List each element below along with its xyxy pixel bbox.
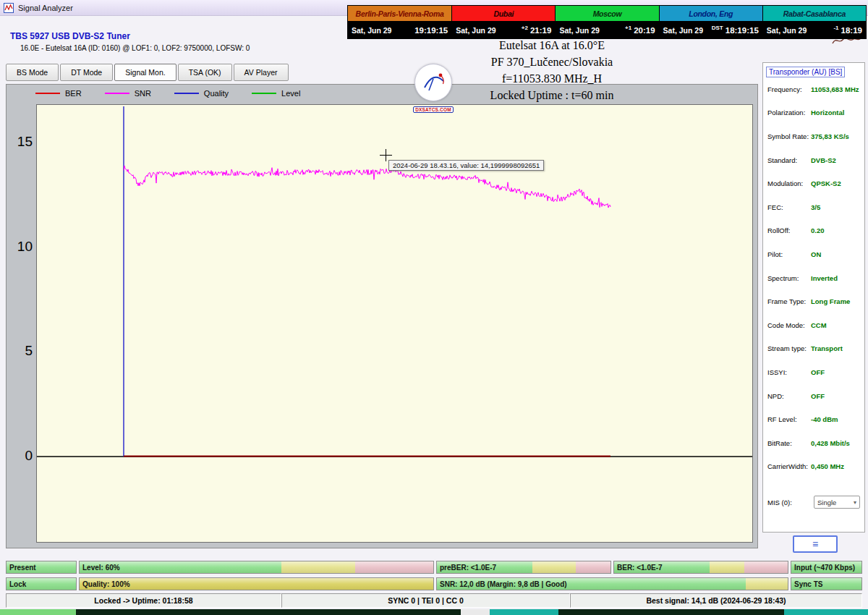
- transponder-row: Symbol Rate:375,83 KS/s: [763, 124, 864, 148]
- progress-bar: Sync TS: [791, 577, 862, 590]
- transponder-title: Transponder (AU) [BS]: [766, 67, 845, 77]
- crosshair-icon: [380, 155, 392, 156]
- clock-column-2: MoscowSat, Jun 29+120:19: [555, 6, 658, 38]
- transponder-value: OFF: [811, 392, 825, 400]
- transponder-label: CarrierWidth:: [767, 462, 811, 470]
- legend-ber: BER: [35, 89, 82, 98]
- legend-line-icon: [105, 93, 129, 94]
- clock-city-label: Rabat-Casablanca: [763, 6, 866, 22]
- clock-column-0: Berlin-Paris-Vienna-RomaSat, Jun 2919:19…: [348, 6, 451, 38]
- legend-label: Quality: [204, 89, 229, 98]
- background-windows-strip: [0, 609, 868, 615]
- legend-level: Level: [252, 89, 300, 98]
- tab-dt-mode[interactable]: DT Mode: [60, 64, 113, 81]
- transponder-label: ISSYI:: [767, 368, 811, 376]
- transponder-label: RollOff:: [767, 226, 811, 234]
- transponder-label: Symbol Rate:: [767, 132, 811, 140]
- clock-date: Sat, Jun 29: [767, 26, 807, 35]
- signal-analyzer-window: { "window": { "title": "Signal Analyzer"…: [0, 0, 868, 615]
- transponder-row: RollOff:0.20: [763, 219, 864, 243]
- tab-av-player[interactable]: AV Player: [234, 64, 289, 81]
- transponder-row: FEC:3/5: [763, 195, 864, 219]
- transponder-label: Standard:: [767, 156, 811, 164]
- clock-city-label: Berlin-Paris-Vienna-Roma: [348, 6, 451, 22]
- transponder-rows: Frequency:11053,683 MHzPolarization:Hori…: [763, 77, 864, 478]
- dxsatcs-logo-icon: [414, 64, 452, 101]
- transponder-value: 11053,683 MHz: [811, 85, 859, 93]
- transponder-row: CarrierWidth:0,450 MHz: [763, 455, 864, 479]
- y-axis-label: 5: [9, 343, 33, 359]
- clock-time-value: 20:19: [634, 26, 655, 35]
- tab-tsa-ok-[interactable]: TSA (OK): [178, 64, 232, 81]
- clock-datetime: Sat, Jun 29+120:19: [556, 22, 658, 38]
- mis-select[interactable]: Single ▾: [814, 496, 860, 509]
- transponder-row: Frequency:11053,683 MHz: [763, 77, 864, 101]
- menu-icon: ≡: [812, 539, 818, 549]
- legend-label: Level: [281, 89, 300, 98]
- bars-row-1: PresentLevel: 60%preBER: <1.0E-7BER: <1.…: [6, 561, 862, 574]
- clock-time-value: 18:19: [841, 26, 862, 35]
- clock-date: Sat, Jun 29: [456, 26, 495, 35]
- clock-city-label: Moscow: [556, 6, 658, 22]
- transponder-value: Long Frame: [811, 297, 850, 305]
- y-axis-label: 0: [9, 448, 33, 464]
- panel-menu-button[interactable]: ≡: [793, 535, 838, 553]
- signal-chart: BERSNRQualityLevel 151050: [6, 84, 758, 548]
- window-title: Signal Analyzer: [18, 4, 73, 12]
- clock-datetime: Sat, Jun 29DST18:19:15: [660, 22, 762, 38]
- dxsatcs-caption: DXSATCS.COM: [413, 106, 454, 113]
- transponder-label: NPD:: [767, 392, 811, 400]
- transponder-value: DVB-S2: [811, 156, 836, 164]
- transponder-value: -40 dBm: [811, 415, 838, 423]
- transponder-label: Modulation:: [767, 179, 811, 187]
- legend-quality: Quality: [174, 89, 229, 98]
- tab-signal-mon-[interactable]: Signal Mon.: [114, 64, 176, 81]
- transponder-row: BitRate:0,428 Mbit/s: [763, 431, 864, 455]
- chevron-down-icon: ▾: [854, 499, 856, 506]
- clock-utc-offset: +2: [522, 25, 528, 31]
- snr-trace: [124, 166, 610, 208]
- transponder-label: Frequency:: [767, 85, 811, 93]
- clock-city-label: London, Eng: [660, 6, 762, 22]
- transponder-row: ISSYI:OFF: [763, 360, 864, 384]
- progress-bar: Quality: 100%: [79, 577, 434, 590]
- legend-label: BER: [65, 89, 82, 98]
- legend-line-icon: [174, 93, 199, 94]
- clock-column-1: DubaiSat, Jun 29+221:19: [451, 6, 555, 38]
- value-tooltip: 2024-06-29 18.43.16, value: 14,199999809…: [388, 160, 544, 171]
- legend-snr: SNR: [105, 89, 151, 98]
- clock-time-value: 18:19:15: [726, 26, 759, 35]
- transponder-value: 3/5: [811, 203, 820, 211]
- clock-utc-offset: DST: [712, 25, 723, 31]
- clock-date: Sat, Jun 29: [663, 26, 703, 35]
- progress-bar: Present: [6, 561, 77, 574]
- transponder-label: Polarization:: [767, 109, 811, 116]
- transponder-row: Stream type:Transport: [763, 337, 864, 361]
- tab-bs-mode[interactable]: BS Mode: [6, 64, 59, 81]
- dxsatcs-logo: DXSATCS.COM: [412, 64, 454, 114]
- clock-date: Sat, Jun 29: [559, 26, 599, 35]
- progress-bar: BER: <1.0E-7: [613, 561, 788, 574]
- transponder-label: BitRate:: [767, 439, 811, 447]
- transponder-row: Frame Type:Long Frame: [763, 289, 864, 313]
- transponder-value: Horizontal: [811, 109, 844, 116]
- world-clocks: Berlin-Paris-Vienna-RomaSat, Jun 2919:19…: [347, 5, 867, 39]
- transponder-label: Code Mode:: [767, 321, 811, 329]
- mis-row: MIS (0): Single ▾: [767, 496, 860, 509]
- status-best-signal: Best signal: 14,1 dB (2024-06-29 18:43): [570, 593, 862, 608]
- progress-bar: Input (~470 Kbps): [791, 561, 862, 574]
- transponder-panel: Transponder (AU) [BS] Frequency:11053,68…: [762, 62, 865, 533]
- transponder-label: RF Level:: [767, 415, 811, 423]
- clock-date: Sat, Jun 29: [352, 26, 391, 35]
- occluded-window-fragment: [461, 609, 490, 615]
- clock-datetime: Sat, Jun 2919:19:15: [348, 22, 451, 38]
- legend-line-icon: [252, 93, 276, 94]
- clock-column-3: London, EngSat, Jun 29DST18:19:15: [659, 6, 762, 38]
- transponder-value: 0.20: [811, 226, 825, 234]
- mis-label: MIS (0):: [767, 499, 792, 506]
- transponder-row: RF Level:-40 dBm: [763, 407, 864, 431]
- clock-datetime: Sat, Jun 29-118:19: [763, 22, 866, 38]
- chart-legend: BERSNRQualityLevel: [35, 89, 300, 98]
- mode-tabs: BS ModeDT ModeSignal Mon.TSA (OK)AV Play…: [6, 64, 289, 81]
- transponder-value: 0,428 Mbit/s: [811, 439, 850, 447]
